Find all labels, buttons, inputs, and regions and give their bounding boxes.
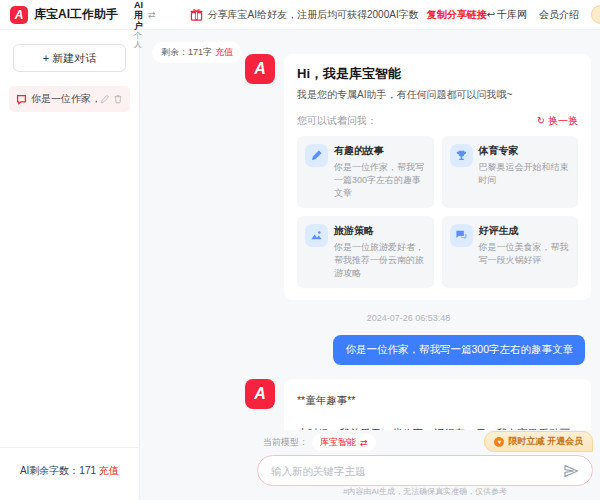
top-header: A 库宝AI工作助手 库宝AI用户 个人 ⇄ 分享库宝AI给好友，注册后均可获得… (0, 0, 600, 30)
ai-message-title: **童年趣事** (297, 391, 578, 410)
user-name: 库宝AI用户 (134, 0, 143, 31)
promo-text: 分享库宝AI给好友，注册后均可获得2000AI字数 (208, 8, 419, 22)
greeting-title: Hi，我是库宝智能 (297, 65, 578, 83)
suggestion-title: 好评生成 (479, 224, 571, 238)
send-icon (563, 463, 579, 479)
vip-heart-icon: ♥ (494, 437, 504, 447)
suggestion-desc: 你是一位旅游爱好者，帮我推荐一份云南的旅游攻略 (334, 241, 426, 280)
user-type: 个人 (134, 31, 143, 49)
chat-bubble-icon (16, 94, 27, 105)
back-to-site-link[interactable]: ↩千库网 (487, 8, 527, 22)
new-chat-button[interactable]: + 新建对话 (13, 44, 126, 72)
suggestion-grid: 有趣的故事 你是一位作家，帮我写一篇300字左右的趣事文章 体育专家 巴黎奥运会… (297, 136, 578, 288)
copy-share-link[interactable]: 复制分享链接 (427, 8, 487, 22)
suggestion-title: 体育专家 (479, 144, 571, 158)
suggestion-card-travel[interactable]: 旅游策略 你是一位旅游爱好者，帮我推荐一份云南的旅游攻略 (297, 216, 434, 288)
chat-message-list[interactable]: A Hi，我是库宝智能 我是您的专属AI助手，有任何问题都可以问我哦~ 您可以试… (140, 30, 600, 430)
recharge-link-top[interactable]: 充值 (215, 47, 233, 57)
chat-history-title: 你是一位作家，帮... (31, 92, 97, 106)
ai-disclaimer: #内容由AI生成，无法确保真实准确，仅供参考 (257, 486, 593, 497)
composer-footer: 当前模型： 库宝智能 ⇄ ♥ 限时立减 开通会员 #内容由AI生成，无法确保真实… (140, 430, 600, 500)
suggestion-desc: 巴黎奥运会开始和结束时间 (479, 161, 571, 187)
ai-avatar: A (245, 379, 275, 409)
model-selector[interactable]: 库宝智能 ⇄ (312, 434, 376, 451)
delete-chat-icon[interactable] (113, 94, 123, 104)
message-input-bar (257, 455, 593, 486)
sidebar-footer: AI剩余字数：171充值 (0, 447, 139, 500)
ai-avatar: A (245, 54, 275, 84)
vip-promo-badge-bottom[interactable]: ♥ 限时立减 开通会员 (484, 431, 593, 452)
edit-chat-icon[interactable] (100, 94, 110, 104)
swap-model-icon: ⇄ (360, 438, 368, 448)
current-model-label: 当前模型： (263, 436, 308, 449)
pen-icon (305, 144, 328, 167)
send-button[interactable] (563, 463, 579, 479)
review-chat-icon (450, 224, 473, 247)
suggestion-card-sport[interactable]: 体育专家 巴黎奥运会开始和结束时间 (442, 136, 579, 208)
suggestion-card-story[interactable]: 有趣的故事 你是一位作家，帮我写一篇300字左右的趣事文章 (297, 136, 434, 208)
message-timestamp: 2024-07-26 06:53:48 (245, 313, 592, 323)
swap-account-icon[interactable]: ⇄ (148, 10, 156, 20)
greeting-subtitle: 我是您的专属AI助手，有任何问题都可以问我哦~ (297, 88, 578, 102)
trophy-icon (450, 144, 473, 167)
quota-label: 剩余：171字 (161, 47, 212, 57)
return-arrow-icon: ↩ (487, 9, 495, 20)
refresh-suggestions-button[interactable]: ↻ 换一换 (537, 114, 578, 128)
suggestion-desc: 你是一位美食家，帮我写一段火锅好评 (479, 241, 571, 267)
recharge-link-sidebar[interactable]: 充值 (99, 465, 119, 476)
ai-message-card: **童年趣事** 小时候，我总爱干一些傻事。记得有一天，我在家里看动画片，突然想… (284, 379, 591, 430)
chat-history-item[interactable]: 你是一位作家，帮... (9, 86, 130, 112)
app-title: 库宝AI工作助手 (34, 6, 118, 23)
message-input[interactable] (271, 465, 555, 477)
gift-icon (190, 8, 203, 21)
app-logo-icon: A (10, 6, 28, 24)
vip-promo-badge-top[interactable]: ♥ 限时立减 开通会员 (591, 5, 600, 24)
suggestion-title: 旅游策略 (334, 224, 426, 238)
travel-icon (305, 224, 328, 247)
user-message-row: 你是一位作家，帮我写一篇300字左右的趣事文章 (245, 335, 592, 365)
remaining-quota-pill: 剩余：171字充值 (152, 42, 242, 63)
share-promo: 分享库宝AI给好友，注册后均可获得2000AI字数 复制分享链接 (190, 8, 487, 22)
greeting-hint: 您可以试着问我： (297, 114, 377, 128)
ai-message-row: A **童年趣事** 小时候，我总爱干一些傻事。记得有一天，我在家里看动画片，突… (245, 379, 592, 430)
sidebar: + 新建对话 你是一位作家，帮... AI剩余字数：171充值 (0, 30, 140, 500)
ai-greeting-row: A Hi，我是库宝智能 我是您的专属AI助手，有任何问题都可以问我哦~ 您可以试… (245, 54, 592, 300)
suggestion-desc: 你是一位作家，帮我写一篇300字左右的趣事文章 (334, 161, 426, 200)
member-intro-link[interactable]: 会员介绍 (539, 8, 579, 22)
account-switcher[interactable]: 库宝AI用户 个人 ⇄ (134, 0, 156, 50)
suggestion-title: 有趣的故事 (334, 144, 426, 158)
ai-greeting-card: Hi，我是库宝智能 我是您的专属AI助手，有任何问题都可以问我哦~ 您可以试着问… (284, 54, 591, 300)
model-name: 库宝智能 (320, 436, 356, 449)
user-message-bubble: 你是一位作家，帮我写一篇300字左右的趣事文章 (333, 335, 585, 365)
remaining-words-label: AI剩余字数：171 (20, 465, 96, 476)
suggestion-card-review[interactable]: 好评生成 你是一位美食家，帮我写一段火锅好评 (442, 216, 579, 288)
